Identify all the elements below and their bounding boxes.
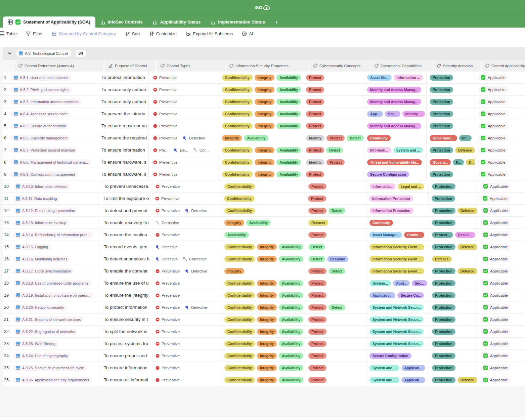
cell-control-types[interactable]: Preventive (152, 326, 221, 338)
cell-infosec-properties[interactable]: ConfidentialityIntegrityAvailability (221, 374, 305, 386)
cell-control-reference[interactable]: A.8.1. User end point devices (8, 72, 97, 84)
cell-security-domains[interactable]: Protection (427, 120, 475, 132)
row-number[interactable]: 13 (3, 217, 10, 229)
cell-purpose[interactable]: To split the network in (101, 326, 151, 338)
cell-security-domains[interactable]: Protection (427, 72, 475, 84)
cell-operational-capabilities[interactable]: Information Security Event ... (366, 253, 429, 265)
cell-infosec-properties[interactable]: Confidentiality (221, 180, 305, 193)
cell-control-applicability[interactable]: Applicable (477, 180, 525, 193)
cell-control-applicability[interactable]: Applicable (477, 326, 525, 338)
cell-control-types[interactable]: Preventive (150, 96, 219, 108)
cell-control-types[interactable]: PreventiveDetective (152, 265, 221, 277)
cell-control-applicability[interactable]: Applicable (475, 96, 525, 108)
cell-infosec-properties[interactable]: ConfidentialityIntegrityAvailability (221, 350, 305, 362)
cell-control-reference[interactable]: A.8.11. Data masking (10, 193, 99, 205)
cell-security-domains[interactable]: Protection (429, 277, 477, 289)
cell-security-domains[interactable]: ProtectionDefence (427, 144, 475, 156)
cell-control-applicability[interactable]: Applicable (477, 338, 525, 350)
cell-operational-capabilities[interactable]: Information Security Event ... (366, 265, 429, 277)
cell-operational-capabilities[interactable]: System and ...Applicati... (366, 374, 429, 386)
cell-operational-capabilities[interactable]: Information Protection (366, 193, 429, 205)
cell-operational-capabilities[interactable]: System and Network Secur... (366, 338, 429, 350)
cell-security-domains[interactable]: ProtectionDefence (429, 265, 477, 277)
column-header-concepts[interactable]: Cybersecurity Concepts (310, 60, 371, 72)
cell-purpose[interactable]: To ensure hardware, s (98, 168, 149, 180)
cell-infosec-properties[interactable]: ConfidentialityIntegrityAvailability (219, 156, 303, 168)
cell-operational-capabilities[interactable]: Threat and Vulnerability Ma... (364, 156, 427, 168)
row-number[interactable]: 23 (3, 338, 10, 350)
toolbar-customize[interactable]: Customize (149, 31, 177, 36)
row-number[interactable]: 19 (3, 289, 10, 301)
horizontal-scrollbar-track[interactable] (0, 417, 525, 420)
cell-cybersecurity-concepts[interactable]: Protect (303, 168, 364, 180)
cell-operational-capabilities[interactable]: Information Protection (366, 205, 429, 217)
cell-operational-capabilities[interactable]: Continuity (364, 132, 427, 144)
cell-control-applicability[interactable]: Applicable (475, 84, 525, 96)
cell-cybersecurity-concepts[interactable]: Protect (305, 362, 366, 374)
cell-operational-capabilities[interactable]: System and Network Secur... (366, 313, 429, 326)
row-number[interactable]: 22 (3, 326, 10, 338)
cell-purpose[interactable]: To detect and prevent (101, 205, 151, 217)
cell-infosec-properties[interactable]: ConfidentialityIntegrityAvailability (221, 289, 305, 301)
cell-control-reference[interactable]: A.8.15. Logging (10, 241, 99, 253)
cell-security-domains[interactable]: Protection (429, 180, 477, 193)
cell-control-reference[interactable]: A.8.21. Security of network services (10, 313, 99, 326)
cell-control-applicability[interactable]: Applicable (475, 120, 525, 132)
cell-cybersecurity-concepts[interactable]: Recover (305, 217, 366, 229)
cell-security-domains[interactable]: Protection (429, 217, 477, 229)
cell-control-types[interactable]: PreventiveDetective (150, 132, 219, 144)
cell-control-types[interactable]: PreventiveDetective (152, 301, 221, 313)
row-number[interactable]: 25 (3, 362, 10, 374)
cell-control-reference[interactable]: A.8.25. Secure development life cycle (10, 362, 99, 374)
cell-control-reference[interactable]: A.8.13. Information backup (10, 217, 99, 229)
tab-infosec-controls[interactable]: InfoSec Controls (95, 16, 148, 28)
cell-control-reference[interactable]: A.8.16. Monitoring activities (10, 253, 99, 265)
cell-infosec-properties[interactable]: ConfidentialityIntegrityAvailability (221, 301, 305, 313)
cell-security-domains[interactable]: Protection (427, 96, 475, 108)
cell-security-domains[interactable]: Protection (429, 289, 477, 301)
cell-control-types[interactable]: Corrective (152, 217, 221, 229)
row-number[interactable]: 10 (3, 180, 10, 193)
cell-infosec-properties[interactable]: ConfidentialityIntegrityAvailability (221, 313, 305, 326)
cell-control-reference[interactable]: A.8.14. Redundancy of information proc..… (10, 229, 99, 241)
cell-control-applicability[interactable]: Applicable (477, 289, 525, 301)
cell-operational-capabilities[interactable]: Informati...System and ... (364, 144, 427, 156)
column-header-applicability[interactable]: Control Applicability (482, 60, 525, 72)
cell-security-domains[interactable]: ProtectionDefence (429, 241, 477, 253)
add-view-button[interactable]: + (270, 16, 283, 28)
cell-operational-capabilities[interactable]: System...Appl...Sec... (366, 277, 429, 289)
cell-control-applicability[interactable]: Applicable (477, 193, 525, 205)
cell-control-reference[interactable]: A.8.3. Information access restriction (8, 96, 97, 108)
cell-purpose[interactable]: To ensure only authori (98, 96, 149, 108)
cell-control-types[interactable]: Preventive (152, 193, 221, 205)
cell-cybersecurity-concepts[interactable]: ProtectDetect (305, 301, 366, 313)
cell-infosec-properties[interactable]: ConfidentialityIntegrityAvailability (219, 168, 303, 180)
cell-operational-capabilities[interactable]: System and Network Secur... (366, 326, 429, 338)
row-number[interactable]: 15 (3, 241, 10, 253)
cell-purpose[interactable]: To ensure the use of u (101, 277, 151, 289)
cell-operational-capabilities[interactable]: Informatio...Legal and ... (366, 180, 429, 193)
cell-control-reference[interactable]: A.8.8. Management of technical vulnera..… (8, 156, 97, 168)
cell-control-applicability[interactable]: Applicable (475, 168, 525, 180)
cell-infosec-properties[interactable]: ConfidentialityIntegrityAvailability (221, 362, 305, 374)
cell-purpose[interactable]: To prevent the introdu (98, 108, 149, 120)
cell-infosec-properties[interactable]: ConfidentialityIntegrityAvailability (219, 108, 303, 120)
cell-purpose[interactable]: To ensure the required (98, 132, 149, 144)
cell-control-types[interactable]: Preventive (150, 120, 219, 132)
cell-cybersecurity-concepts[interactable]: Protect (305, 229, 366, 241)
cell-infosec-properties[interactable]: ConfidentialityIntegrityAvailability (219, 120, 303, 132)
cell-control-reference[interactable]: A.8.20. Networks security (10, 301, 99, 313)
cell-control-applicability[interactable]: Applicable (477, 217, 525, 229)
cell-control-applicability[interactable]: Applicable (477, 374, 525, 386)
cell-security-domains[interactable]: Protection (429, 301, 477, 313)
cell-purpose[interactable]: To ensure the continu (101, 229, 151, 241)
toolbar-filter[interactable]: Filter (26, 31, 43, 36)
cell-control-reference[interactable]: A.8.18. Use of privileged utility progra… (10, 277, 99, 289)
cell-purpose[interactable]: To protect information (98, 72, 149, 84)
row-number[interactable]: 9 (3, 168, 8, 180)
column-header-props[interactable]: Information Security Properties (226, 60, 310, 72)
row-number[interactable]: 4 (3, 108, 8, 120)
cell-security-domains[interactable]: Protection (429, 193, 477, 205)
cell-security-domains[interactable]: Protection (427, 108, 475, 120)
cell-control-reference[interactable]: A.8.17. Clock synchronisation (10, 265, 99, 277)
